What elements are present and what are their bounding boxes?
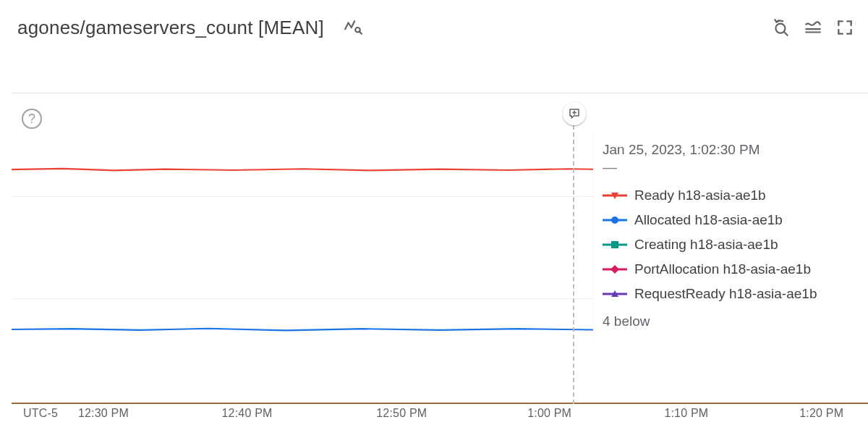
svg-line-3 (784, 32, 788, 35)
chart-header: agones/gameservers_count [MEAN] (0, 0, 868, 52)
chart-area[interactable]: ? UTC-5 12:30 PM12:40 PM12:50 PM1:00 PM1… (0, 52, 868, 407)
legend-row[interactable]: PortAllocation h18-asia-ae1b (603, 257, 862, 282)
x-tick: 1:00 PM (527, 407, 571, 420)
x-tick: 1:20 PM (799, 407, 843, 420)
legend-label: Allocated h18-asia-ae1b (634, 212, 783, 228)
svg-point-11 (611, 216, 618, 224)
legend-marker-icon (603, 289, 627, 299)
svg-line-1 (359, 32, 362, 34)
fullscreen-icon[interactable] (829, 12, 861, 43)
legend-label: Creating h18-asia-ae1b (634, 237, 778, 253)
legend-row[interactable]: Ready h18-asia-ae1b (603, 183, 862, 208)
hover-reference-line (573, 111, 574, 404)
legend-label: PortAllocation h18-asia-ae1b (634, 261, 811, 277)
metrics-explorer-icon[interactable] (337, 12, 369, 43)
timezone-label: UTC-5 (23, 407, 58, 420)
legend-label: RequestReady h18-asia-ae1b (634, 286, 817, 302)
tooltip-more-below: 4 below (603, 306, 862, 329)
hover-tooltip: Jan 25, 2023, 1:02:30 PM — Ready h18-asi… (593, 133, 868, 338)
chart-title: agones/gameservers_count [MEAN] (17, 17, 324, 39)
legend-marker-icon (603, 190, 627, 201)
x-tick: 12:40 PM (221, 407, 272, 420)
x-axis-baseline (12, 403, 868, 404)
legend-row[interactable]: Allocated h18-asia-ae1b (603, 208, 862, 232)
svg-marker-15 (610, 265, 619, 274)
legend-toggle-icon[interactable] (797, 12, 829, 43)
tooltip-timestamp: Jan 25, 2023, 1:02:30 PM (603, 142, 862, 158)
x-tick: 1:10 PM (664, 407, 708, 420)
legend-marker-icon (603, 215, 627, 225)
legend-row[interactable]: RequestReady h18-asia-ae1b (603, 282, 862, 306)
legend-marker-icon (603, 264, 627, 274)
x-axis: UTC-5 12:30 PM12:40 PM12:50 PM1:00 PM1:1… (23, 407, 868, 427)
legend-label: Ready h18-asia-ae1b (634, 188, 766, 203)
x-tick: 12:50 PM (376, 407, 427, 420)
reset-zoom-icon[interactable] (765, 12, 797, 43)
legend-marker-icon (603, 240, 627, 250)
x-tick: 12:30 PM (78, 407, 129, 420)
add-annotation-button[interactable] (563, 102, 586, 125)
legend-row[interactable]: Creating h18-asia-ae1b (603, 232, 862, 257)
svg-rect-13 (611, 241, 618, 248)
tooltip-value: — (603, 159, 862, 176)
